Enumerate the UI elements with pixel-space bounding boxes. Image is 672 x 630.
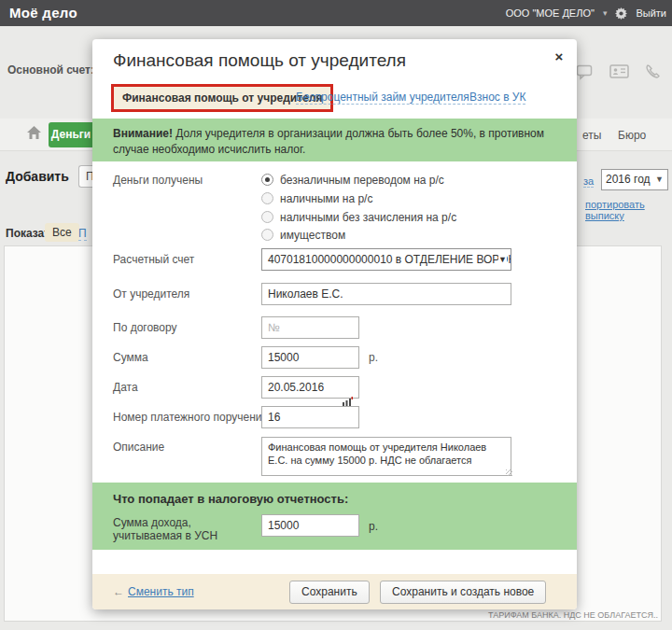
add-label: Добавить (6, 169, 69, 184)
chevron-down-icon: ▼ (655, 170, 664, 189)
radio-cash-to-account[interactable] (261, 192, 273, 204)
top-bar: Моё дело ООО "МОЕ ДЕЛО" ▾ Выйти (0, 0, 672, 26)
tab-capital-contribution[interactable]: Взнос в УК (469, 91, 525, 105)
app-logo[interactable]: Моё дело (9, 5, 77, 21)
currency-suffix: р. (369, 520, 378, 533)
radio-cash-no-account[interactable] (261, 211, 273, 223)
radio-cashless-transfer[interactable] (261, 174, 273, 186)
row-description-overflow-fragment: ТАРИФАМ БАНКА. НДС НЕ ОБЛАГАЕТСЯ.. (488, 610, 658, 620)
financial-help-modal: Финансовая помощь от учредителя × Финанс… (92, 39, 577, 609)
usn-income-input[interactable] (261, 514, 359, 537)
settings-gear-icon[interactable] (615, 7, 627, 20)
contract-label: По договору (113, 321, 177, 334)
money-received-label: Деньги получены (113, 174, 203, 187)
radio-label[interactable]: безналичным переводом на р/с (280, 174, 444, 187)
tab-bureau[interactable]: Бюро (618, 129, 646, 142)
add-income-button-fragment[interactable]: Пос (78, 165, 92, 188)
amount-label: Сумма (113, 351, 148, 364)
tab-reports-fragment[interactable]: еты (582, 129, 601, 142)
year-select[interactable]: 2016 год▼ (601, 169, 668, 190)
contact-card-icon[interactable] (609, 63, 629, 84)
currency-suffix: р. (369, 351, 378, 364)
contract-number-input[interactable] (261, 316, 359, 339)
chat-icon[interactable] (576, 63, 595, 84)
textarea-resize-handle[interactable] (506, 469, 512, 476)
chevron-down-icon: ▼ (498, 249, 507, 270)
tab-money[interactable]: Деньги (49, 122, 93, 147)
description-label: Описание (113, 441, 164, 454)
warning-bold: Внимание! (113, 127, 173, 140)
description-textarea[interactable]: Финансовая помощь от учредителя Николаев… (261, 437, 511, 476)
save-button[interactable]: Сохранить (289, 581, 370, 604)
period-link-fragment[interactable]: за (583, 175, 594, 188)
filter-all-chip[interactable]: Все (45, 223, 79, 242)
founder-input[interactable] (261, 283, 511, 305)
main-account-label: Основной счет: (7, 63, 94, 77)
change-type-link[interactable]: ←Сменить тип (113, 585, 194, 598)
radio-label[interactable]: имуществом (280, 229, 345, 242)
close-icon[interactable]: × (551, 49, 567, 65)
founder-label: От учредителя (113, 287, 189, 301)
amount-input[interactable] (261, 346, 359, 369)
chevron-down-icon[interactable]: ▾ (603, 8, 608, 18)
modal-footer: ←Сменить тип Сохранить Сохранить и созда… (92, 574, 577, 609)
warning-notice: Внимание! Доля учредителя в организации … (92, 119, 577, 161)
settlement-account-label: Расчетный счет (113, 253, 194, 266)
payment-order-label: Номер платежного поручения (113, 411, 268, 424)
usn-income-label: Сумма дохода, учитываемая в УСН (113, 516, 217, 542)
tax-report-section: Что попадает в налоговую отчетность: Сум… (92, 483, 577, 550)
tax-section-heading: Что попадает в налоговую отчетность: (113, 492, 556, 506)
save-and-new-button[interactable]: Сохранить и создать новое (380, 581, 546, 604)
radio-property[interactable] (261, 229, 273, 241)
date-label: Дата (113, 381, 138, 394)
company-menu[interactable]: ООО "МОЕ ДЕЛО" (506, 7, 595, 19)
left-arrow-icon: ← (113, 585, 124, 598)
settlement-account-select[interactable]: 40701810000000000010 в ОТДЕЛЕНИЕ ВОРОНЕЖ… (261, 248, 511, 271)
tab-interest-free-loan[interactable]: Беспроцентный займ учредителя (296, 91, 469, 105)
radio-label[interactable]: наличными без зачисления на р/с (280, 211, 456, 224)
filter-link-fragment[interactable]: П (78, 227, 87, 241)
modal-title: Финансовая помощь от учредителя (113, 50, 406, 71)
radio-label[interactable]: наличными на р/с (280, 192, 372, 205)
payment-order-input[interactable] (261, 406, 359, 428)
logout-link[interactable]: Выйти (636, 7, 666, 19)
home-icon[interactable] (26, 125, 42, 144)
app-screen: Основной счет: Деньги еты Бюро Добавить … (0, 0, 672, 630)
export-statement-link-fragment[interactable]: портировать выписку (585, 199, 672, 221)
header-utility-icons (576, 63, 661, 84)
phone-icon[interactable] (644, 63, 661, 84)
